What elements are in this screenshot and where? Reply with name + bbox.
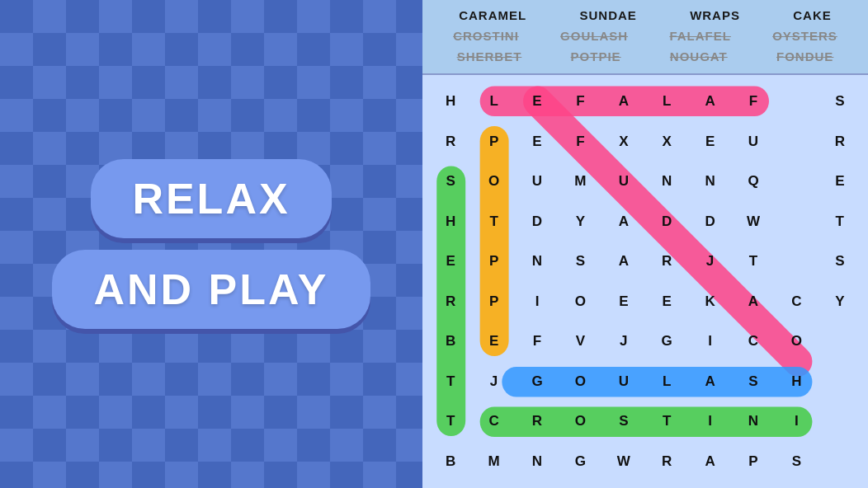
- grid-cell-35: D: [645, 202, 688, 242]
- grid-cell-26: N: [688, 162, 731, 202]
- grid-cell-88: I: [775, 401, 818, 442]
- grid-cell-60: B: [429, 321, 472, 362]
- grid-cell-84: S: [602, 401, 645, 442]
- grid-area: HLEFALAFSRPEFXXEURSOUMUNNQEHTDYADDWTEPNS…: [422, 75, 868, 488]
- grid-cell-64: J: [602, 321, 645, 362]
- grid-cell-62: F: [516, 321, 559, 362]
- word-goulash: GOULASH: [555, 27, 633, 45]
- grid-cell-34: A: [602, 202, 645, 242]
- grid-cell-45: R: [645, 242, 688, 282]
- grid-cell-46: J: [688, 242, 731, 282]
- grid-cell-32: D: [516, 202, 559, 242]
- grid-cell-38: [775, 202, 818, 242]
- grid-cell-31: T: [472, 202, 515, 242]
- grid-cell-85: T: [645, 401, 688, 442]
- grid-cell-23: M: [559, 162, 601, 202]
- grid-cell-75: L: [645, 362, 688, 402]
- grid-cell-2: E: [516, 82, 559, 122]
- grid-cell-7: F: [732, 82, 775, 122]
- grid-cell-19: R: [818, 122, 861, 162]
- letter-grid: HLEFALAFSRPEFXXEURSOUMUNNQEHTDYADDWTEPNS…: [429, 82, 861, 481]
- grid-container: HLEFALAFSRPEFXXEURSOUMUNNQEHTDYADDWTEPNS…: [429, 82, 861, 481]
- grid-cell-78: H: [775, 362, 818, 402]
- grid-cell-86: I: [688, 401, 731, 442]
- grid-cell-55: E: [645, 282, 688, 322]
- grid-cell-6: A: [688, 82, 731, 122]
- grid-cell-65: G: [645, 321, 688, 362]
- word-sundae: SUNDAE: [574, 7, 641, 24]
- word-list: CARAMEL SUNDAE WRAPS CAKE CROSTINI GOULA…: [422, 0, 868, 75]
- grid-cell-37: W: [732, 202, 775, 242]
- grid-cell-25: N: [645, 162, 688, 202]
- grid-cell-96: A: [688, 442, 731, 482]
- grid-cell-53: O: [559, 282, 601, 322]
- grid-cell-49: S: [818, 242, 861, 282]
- grid-cell-47: T: [732, 242, 775, 282]
- grid-cell-22: U: [516, 162, 559, 202]
- grid-cell-54: E: [602, 282, 645, 322]
- and-play-label: AND PLAY: [93, 265, 328, 313]
- grid-cell-92: N: [516, 442, 559, 482]
- grid-cell-20: S: [429, 162, 472, 202]
- word-fondue: FONDUE: [771, 48, 838, 65]
- grid-cell-15: X: [645, 122, 688, 162]
- grid-cell-36: D: [688, 202, 731, 242]
- word-row-1: CARAMEL SUNDAE WRAPS CAKE: [432, 5, 858, 26]
- grid-cell-9: S: [818, 82, 861, 122]
- grid-cell-74: U: [602, 362, 645, 402]
- and-play-button: AND PLAY: [52, 250, 370, 329]
- grid-cell-89: [818, 401, 861, 442]
- grid-cell-99: [818, 442, 861, 482]
- grid-cell-72: G: [516, 362, 559, 402]
- grid-cell-95: R: [645, 442, 688, 482]
- grid-cell-43: S: [559, 242, 601, 282]
- word-nougat: NOUGAT: [665, 48, 733, 65]
- grid-cell-28: [775, 162, 818, 202]
- word-potpie: POTPIE: [566, 48, 626, 65]
- word-sherbet: SHERBET: [452, 48, 527, 65]
- grid-cell-59: Y: [818, 282, 861, 322]
- grid-cell-18: [775, 122, 818, 162]
- word-crostini: CROSTINI: [448, 27, 524, 45]
- grid-cell-11: P: [472, 122, 515, 162]
- grid-cell-80: T: [429, 401, 472, 442]
- grid-cell-79: [818, 362, 861, 402]
- grid-cell-14: X: [602, 122, 645, 162]
- grid-cell-0: H: [429, 82, 472, 122]
- grid-cell-81: C: [472, 401, 515, 442]
- grid-cell-68: O: [775, 321, 818, 362]
- grid-cell-5: L: [645, 82, 688, 122]
- grid-cell-16: E: [688, 122, 731, 162]
- grid-cell-29: E: [818, 162, 861, 202]
- grid-cell-87: N: [732, 401, 775, 442]
- grid-cell-44: A: [602, 242, 645, 282]
- grid-cell-57: A: [732, 282, 775, 322]
- grid-cell-13: F: [559, 122, 601, 162]
- grid-cell-17: U: [732, 122, 775, 162]
- highlights-svg: [429, 82, 861, 481]
- right-panel: CARAMEL SUNDAE WRAPS CAKE CROSTINI GOULA…: [422, 0, 868, 488]
- grid-cell-41: P: [472, 242, 515, 282]
- grid-cell-50: R: [429, 282, 472, 322]
- grid-cell-63: V: [559, 321, 601, 362]
- grid-cell-21: O: [472, 162, 515, 202]
- grid-cell-76: A: [688, 362, 731, 402]
- grid-cell-4: A: [602, 82, 645, 122]
- word-wraps: WRAPS: [685, 7, 745, 24]
- grid-cell-39: T: [818, 202, 861, 242]
- grid-cell-61: E: [472, 321, 515, 362]
- grid-cell-82: R: [516, 401, 559, 442]
- grid-cell-97: P: [732, 442, 775, 482]
- grid-cell-33: Y: [559, 202, 601, 242]
- grid-cell-51: P: [472, 282, 515, 322]
- word-row-3: SHERBET POTPIE NOUGAT FONDUE: [432, 46, 858, 67]
- relax-button: RELAX: [91, 159, 331, 238]
- grid-cell-42: N: [516, 242, 559, 282]
- left-panel: RELAX AND PLAY: [0, 0, 422, 488]
- grid-cell-73: O: [559, 362, 601, 402]
- grid-cell-27: Q: [732, 162, 775, 202]
- grid-cell-56: K: [688, 282, 731, 322]
- grid-cell-91: M: [472, 442, 515, 482]
- word-row-2: CROSTINI GOULASH FALAFEL OYSTERS: [432, 26, 858, 46]
- grid-cell-12: E: [516, 122, 559, 162]
